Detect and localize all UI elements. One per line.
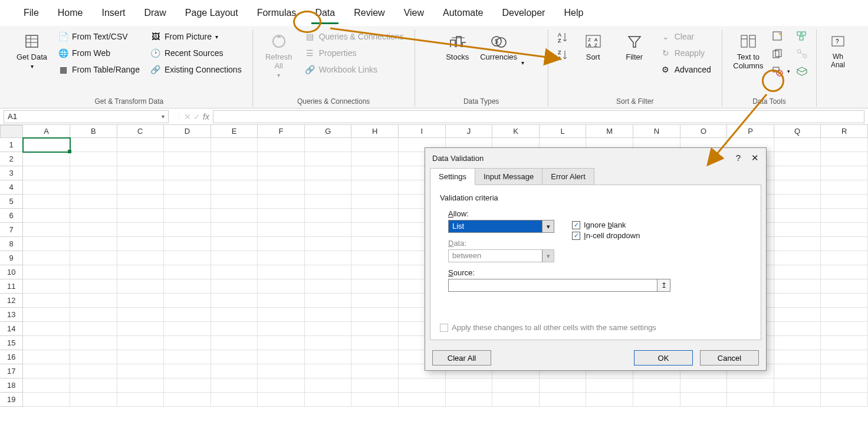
cell[interactable]: [774, 180, 821, 195]
remove-duplicates-button[interactable]: [771, 47, 791, 60]
cell[interactable]: [774, 166, 821, 180]
cell[interactable]: [258, 294, 305, 308]
cell[interactable]: [211, 265, 258, 279]
cell[interactable]: [351, 322, 399, 336]
cell[interactable]: [258, 364, 305, 378]
cell[interactable]: [633, 393, 680, 407]
from-text-button[interactable]: 📄From Text/CSV: [54, 29, 143, 44]
cell[interactable]: [164, 209, 211, 223]
cell[interactable]: [774, 251, 821, 265]
cell[interactable]: [117, 364, 165, 378]
menu-help[interactable]: Help: [554, 5, 593, 21]
flash-fill-button[interactable]: [771, 29, 791, 42]
cell[interactable]: [117, 138, 165, 152]
formula-bar[interactable]: [213, 110, 864, 123]
cell[interactable]: [680, 393, 728, 407]
cell[interactable]: [258, 279, 305, 294]
cell[interactable]: [351, 378, 399, 393]
cell[interactable]: [305, 138, 352, 152]
cell[interactable]: [821, 180, 868, 195]
cell[interactable]: [305, 294, 352, 308]
row-header[interactable]: 18: [0, 378, 23, 393]
cell[interactable]: [258, 336, 305, 350]
cell[interactable]: [351, 265, 399, 279]
cell[interactable]: [305, 237, 352, 251]
cell[interactable]: [774, 393, 821, 407]
cell[interactable]: [821, 350, 868, 364]
menu-automate[interactable]: Automate: [433, 5, 492, 21]
cell[interactable]: [211, 152, 258, 166]
cancel-formula-icon[interactable]: ✕: [184, 112, 191, 121]
cell[interactable]: [117, 294, 165, 308]
cell[interactable]: [774, 152, 821, 166]
cell[interactable]: [774, 279, 821, 294]
accept-formula-icon[interactable]: ✓: [193, 112, 200, 121]
cell[interactable]: [351, 195, 399, 209]
cell[interactable]: [164, 180, 211, 195]
tab-error-alert[interactable]: Error Alert: [542, 168, 594, 185]
consolidate-button[interactable]: [795, 29, 809, 42]
cell[interactable]: [774, 350, 821, 364]
cell[interactable]: [540, 378, 587, 393]
cell[interactable]: [492, 393, 540, 407]
row-header[interactable]: 16: [0, 350, 23, 364]
row-header[interactable]: 14: [0, 322, 23, 336]
sort-button[interactable]: ZAAZ Sort: [574, 29, 612, 64]
cell[interactable]: [351, 180, 399, 195]
allow-select[interactable]: List ▾: [448, 220, 554, 233]
column-header[interactable]: H: [351, 125, 399, 138]
cell[interactable]: [351, 364, 399, 378]
cell[interactable]: [23, 209, 70, 223]
cell[interactable]: [774, 265, 821, 279]
get-data-button[interactable]: Get Data ▾: [13, 29, 51, 72]
queries-connections-button[interactable]: ▤Queries & Connections: [301, 29, 407, 44]
cell[interactable]: [117, 308, 165, 322]
menu-page-layout[interactable]: Page Layout: [176, 5, 248, 21]
tab-input-message[interactable]: Input Message: [475, 168, 542, 185]
cell[interactable]: [117, 350, 165, 364]
menu-developer[interactable]: Developer: [493, 5, 555, 21]
from-table-button[interactable]: ▦From Table/Range: [54, 62, 143, 77]
cell[interactable]: [305, 223, 352, 237]
cell[interactable]: [23, 336, 70, 350]
cell[interactable]: [211, 223, 258, 237]
cell[interactable]: [23, 294, 70, 308]
cell[interactable]: [23, 223, 70, 237]
cell[interactable]: [821, 223, 868, 237]
refresh-all-button[interactable]: Refresh All ▾: [260, 29, 298, 81]
cell[interactable]: [774, 223, 821, 237]
cell[interactable]: [305, 265, 352, 279]
cell[interactable]: [774, 237, 821, 251]
cell[interactable]: [117, 322, 165, 336]
cell[interactable]: [540, 393, 587, 407]
cell[interactable]: [821, 209, 868, 223]
row-header[interactable]: 15: [0, 336, 23, 350]
cell[interactable]: [23, 152, 70, 166]
cell[interactable]: [351, 152, 399, 166]
cell[interactable]: [211, 322, 258, 336]
column-header[interactable]: F: [258, 125, 305, 138]
cell[interactable]: [70, 294, 117, 308]
cell[interactable]: [258, 180, 305, 195]
cell[interactable]: [351, 279, 399, 294]
cell[interactable]: [117, 251, 165, 265]
row-header[interactable]: 5: [0, 195, 23, 209]
column-header[interactable]: P: [727, 125, 774, 138]
cell[interactable]: [821, 251, 868, 265]
workbook-links-button[interactable]: 🔗Workbook Links: [301, 62, 407, 77]
cell[interactable]: [117, 209, 165, 223]
cell[interactable]: [23, 279, 70, 294]
row-header[interactable]: 6: [0, 209, 23, 223]
cell[interactable]: [117, 195, 165, 209]
cell[interactable]: [117, 180, 165, 195]
menu-file[interactable]: File: [14, 5, 48, 21]
cell[interactable]: [305, 336, 352, 350]
cell[interactable]: [70, 350, 117, 364]
cell[interactable]: [258, 195, 305, 209]
cell[interactable]: [117, 265, 165, 279]
cell[interactable]: [164, 393, 211, 407]
cell[interactable]: [211, 251, 258, 265]
cell[interactable]: [258, 209, 305, 223]
cell[interactable]: [164, 364, 211, 378]
cell[interactable]: [821, 364, 868, 378]
